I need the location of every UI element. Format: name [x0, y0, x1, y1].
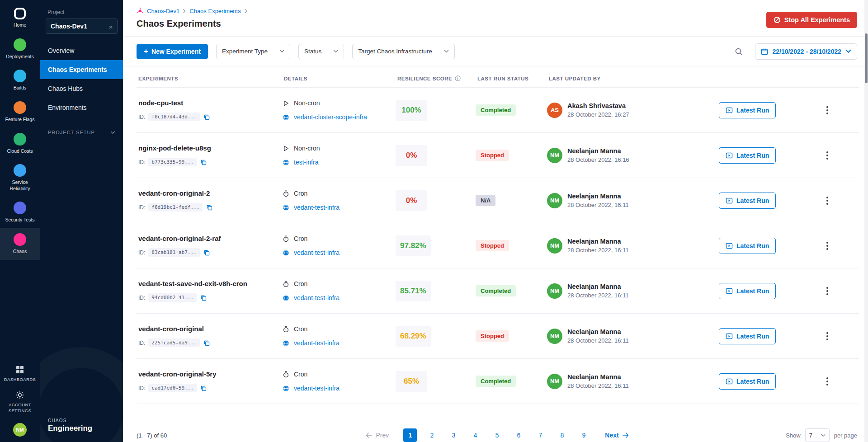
resilience-score: 0% [396, 145, 427, 166]
kebab-menu-icon[interactable] [824, 375, 831, 388]
infrastructure-link[interactable]: test-infra [294, 159, 318, 166]
date-range-value: 22/10/2022 - 28/10/2022 [772, 48, 841, 55]
kebab-menu-icon[interactable] [824, 103, 831, 117]
kebab-menu-icon[interactable] [824, 284, 831, 298]
experiment-name[interactable]: vedant-cron-original-2-raf [138, 235, 275, 242]
experiment-name[interactable]: vedant-cron-original-2 [138, 189, 275, 197]
run-icon [726, 287, 733, 295]
latest-run-button[interactable]: Latest Run [719, 193, 776, 209]
scrollbar-thumb[interactable] [865, 33, 868, 83]
copy-icon[interactable] [200, 385, 207, 392]
filter-status[interactable]: Status [298, 44, 344, 59]
latest-run-button[interactable]: Latest Run [719, 328, 776, 344]
latest-run-button[interactable]: Latest Run [719, 102, 776, 118]
infrastructure-link[interactable]: vedant-test-infra [294, 204, 340, 211]
breadcrumb-link[interactable]: Chaos Experiments [189, 8, 241, 14]
page-button-6[interactable]: 6 [512, 428, 525, 442]
filter-target-chaos-infrastructure[interactable]: Target Chaos Infrastructure [352, 44, 455, 59]
infrastructure-link[interactable]: vedant-test-infra [294, 339, 340, 347]
user-name: Neelanjan Manna [567, 193, 629, 200]
nav-security-tests[interactable]: Security Tests [0, 197, 40, 228]
table-row[interactable]: vedant-cron-original ID: 225fcad5-da9...… [137, 314, 859, 359]
nav-dashboards[interactable]: DASHBOARDS [3, 361, 37, 386]
page-button-8[interactable]: 8 [555, 428, 569, 442]
search-button[interactable] [731, 43, 747, 60]
pagination-summary: (1 - 7) of 60 [137, 432, 209, 439]
copy-icon[interactable] [206, 204, 213, 211]
date-range-picker[interactable]: 22/10/2022 - 28/10/2022 [755, 43, 857, 60]
experiment-name[interactable]: nginx-pod-delete-u8sg [138, 144, 275, 152]
per-page-select[interactable]: 7 [805, 428, 830, 442]
sidebar-item-environments[interactable]: Environments [40, 98, 123, 117]
kebab-menu-icon[interactable] [824, 329, 831, 343]
copy-icon[interactable] [200, 294, 207, 301]
status-badge: N/A [476, 195, 495, 206]
nav-account-settings[interactable]: ACCOUNT SETTINGS [1, 386, 38, 418]
sidebar-item-chaos-experiments[interactable]: Chaos Experiments [40, 60, 123, 79]
infrastructure-link[interactable]: vedant-cluster-scope-infra [294, 113, 367, 121]
page-button-2[interactable]: 2 [425, 428, 439, 442]
table-row[interactable]: vedant-cron-original-2 ID: f6d19bc1-fedf… [137, 178, 859, 223]
kebab-menu-icon[interactable] [824, 149, 831, 162]
page-button-4[interactable]: 4 [468, 428, 482, 442]
kebab-menu-icon[interactable] [824, 239, 831, 253]
table-row[interactable]: nginx-pod-delete-u8sg ID: b773c335-99...… [137, 133, 859, 178]
experiment-name[interactable]: vedant-cron-original [138, 325, 275, 333]
sidebar-item-overview[interactable]: Overview [40, 41, 123, 60]
page-button-7[interactable]: 7 [533, 428, 547, 442]
copy-icon[interactable] [200, 159, 207, 166]
project-selector[interactable]: Chaos-Dev1 » [46, 19, 118, 34]
status-badge: Completed [476, 104, 516, 116]
user-avatar[interactable]: NM [13, 423, 27, 437]
new-experiment-button[interactable]: + New Experiment [137, 44, 208, 59]
per-page-value: 7 [809, 432, 812, 439]
latest-run-button[interactable]: Latest Run [719, 283, 776, 299]
project-setup-toggle[interactable]: PROJECT SETUP [40, 124, 123, 141]
nav-home[interactable]: Home [0, 3, 40, 33]
table-row[interactable]: vedant-cron-original-5ry ID: cad17ed0-59… [137, 359, 859, 404]
sidebar-item-chaos-hubs[interactable]: Chaos Hubs [40, 79, 123, 98]
latest-run-button[interactable]: Latest Run [719, 238, 776, 254]
page-button-1[interactable]: 1 [403, 428, 417, 442]
latest-run-button[interactable]: Latest Run [719, 147, 776, 164]
latest-run-button[interactable]: Latest Run [719, 373, 776, 390]
copy-icon[interactable] [203, 113, 210, 121]
nav-cloud-costs[interactable]: Cloud Costs [0, 128, 40, 160]
nav-service-reliability[interactable]: Service Reliability [0, 159, 40, 197]
infrastructure-link[interactable]: vedant-test-infra [294, 294, 340, 301]
builds-icon [14, 70, 26, 82]
nav-feature-flags[interactable]: Feature Flags [0, 96, 40, 128]
chevron-down-icon [444, 50, 449, 53]
experiment-name[interactable]: node-cpu-test [138, 99, 275, 107]
page-button-3[interactable]: 3 [447, 428, 460, 442]
brand-engineering-label: Engineering [48, 424, 115, 433]
infrastructure-link[interactable]: vedant-test-infra [294, 249, 340, 256]
avatar: AS [547, 103, 562, 118]
cloud-costs-icon [14, 133, 26, 146]
copy-icon[interactable] [203, 249, 210, 256]
avatar: NM [547, 193, 562, 208]
filter-experiment-type[interactable]: Experiment Type [216, 44, 290, 59]
nav-builds[interactable]: Builds [0, 65, 40, 96]
table-row[interactable]: vedant-cron-original-2-raf ID: 83cab181-… [137, 223, 859, 268]
schedule-type: Cron [294, 190, 307, 197]
kebab-menu-icon[interactable] [824, 194, 831, 207]
page-button-5[interactable]: 5 [490, 428, 504, 442]
page-button-9[interactable]: 9 [577, 428, 590, 442]
nav-chaos[interactable]: Chaos [0, 228, 40, 260]
experiment-name[interactable]: vedant-test-save-nd-exit-v8h-cron [138, 280, 275, 287]
nav-deployments[interactable]: Deployments [0, 33, 40, 65]
infrastructure-link[interactable]: vedant-test-infra [294, 385, 340, 392]
prev-page-button[interactable]: Prev [366, 432, 389, 439]
run-icon [726, 107, 733, 114]
breadcrumb-link[interactable]: Chaos-Dev1 [147, 8, 179, 14]
table-row[interactable]: vedant-test-save-nd-exit-v8h-cron ID: 94… [137, 268, 859, 314]
table-row[interactable]: node-cpu-test ID: f0c187d4-43d... Non-cr… [137, 88, 859, 133]
home-label: Home [14, 22, 26, 28]
expand-projects-icon[interactable]: » [109, 23, 113, 30]
experiment-name[interactable]: vedant-cron-original-5ry [138, 370, 275, 378]
user-name: Akash Shrivastava [567, 102, 629, 109]
next-page-button[interactable]: Next [605, 432, 628, 439]
copy-icon[interactable] [203, 339, 210, 347]
stop-all-experiments-button[interactable]: Stop All Experiments [766, 12, 857, 28]
